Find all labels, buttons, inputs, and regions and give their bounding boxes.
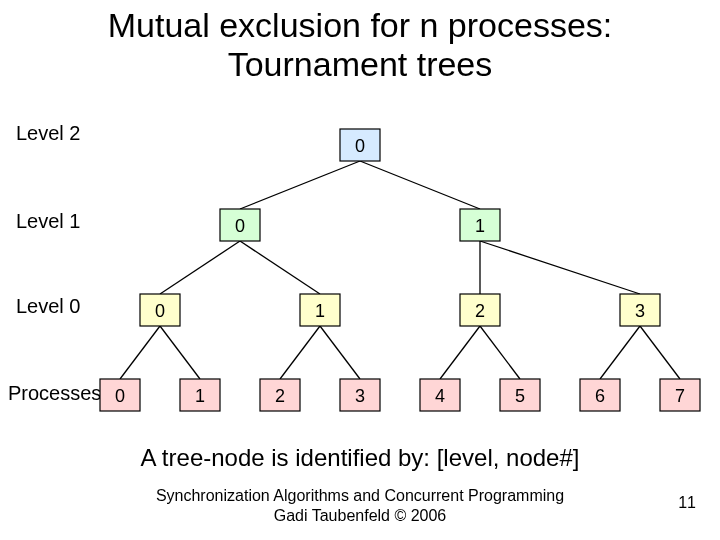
tree-edge: [480, 326, 520, 379]
tree-edge: [240, 161, 360, 209]
node-proc-7-label: 7: [675, 386, 685, 406]
node-l0-2-label: 2: [475, 301, 485, 321]
node-l1-0-label: 0: [235, 216, 245, 236]
node-l2-0-label: 0: [355, 136, 365, 156]
node-proc-3-label: 3: [355, 386, 365, 406]
tree-edge: [480, 241, 640, 294]
tree-edge: [600, 326, 640, 379]
tree-edge: [360, 161, 480, 209]
tree-edge: [160, 241, 240, 294]
node-l0-0-label: 0: [155, 301, 165, 321]
node-l0-3-label: 3: [635, 301, 645, 321]
node-l0-1-label: 1: [315, 301, 325, 321]
node-proc-0-label: 0: [115, 386, 125, 406]
node-proc-1-label: 1: [195, 386, 205, 406]
credit-line-2: Gadi Taubenfeld © 2006: [274, 507, 447, 524]
node-proc-5-label: 5: [515, 386, 525, 406]
page-number: 11: [678, 494, 696, 512]
tree-edge: [120, 326, 160, 379]
tree-edge: [440, 326, 480, 379]
node-proc-2-label: 2: [275, 386, 285, 406]
caption-text: A tree-node is identified by: [level, no…: [0, 444, 720, 472]
credit-line-1: Synchronization Algorithms and Concurren…: [156, 487, 564, 504]
tree-edge: [640, 326, 680, 379]
tree-edge: [320, 326, 360, 379]
credit-text: Synchronization Algorithms and Concurren…: [0, 486, 720, 526]
node-l1-1-label: 1: [475, 216, 485, 236]
tree-edge: [280, 326, 320, 379]
node-proc-6-label: 6: [595, 386, 605, 406]
node-proc-4-label: 4: [435, 386, 445, 406]
tree-edge: [240, 241, 320, 294]
tree-edge: [160, 326, 200, 379]
